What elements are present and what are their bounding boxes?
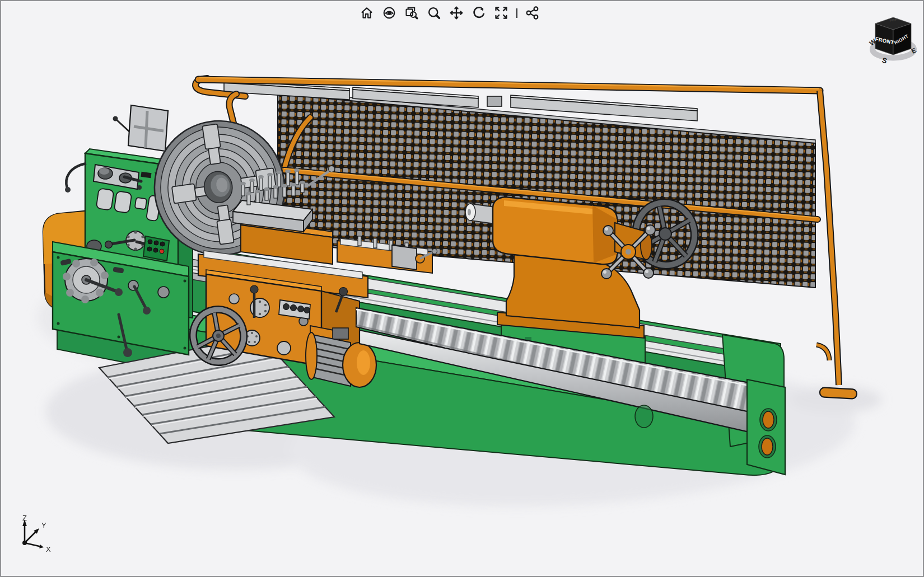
triad-origin bbox=[22, 541, 27, 545]
share-icon bbox=[525, 6, 540, 20]
cad-viewer[interactable]: W S E TOP FRONT RIGHT Z Y X bbox=[0, 0, 924, 577]
toolbar-divider bbox=[516, 8, 517, 18]
magnifier-icon bbox=[427, 6, 441, 20]
share-button[interactable] bbox=[524, 4, 541, 21]
zoom-fit-button[interactable] bbox=[493, 4, 510, 21]
eye-icon bbox=[382, 6, 396, 20]
zoom-fit-icon bbox=[494, 6, 508, 20]
view-visibility-button[interactable] bbox=[381, 4, 398, 21]
z-axis-label: Z bbox=[22, 515, 27, 522]
pan-arrows-icon bbox=[449, 6, 464, 20]
view-cube[interactable]: W S E TOP FRONT RIGHT bbox=[867, 13, 923, 65]
x-axis-arrow bbox=[39, 545, 44, 548]
axis-triad: Z Y X bbox=[17, 515, 62, 555]
zoom-window-button[interactable] bbox=[403, 4, 420, 21]
x-axis-label: X bbox=[46, 545, 51, 553]
y-axis-label: Y bbox=[41, 521, 46, 529]
home-icon bbox=[360, 6, 374, 20]
rotate-button[interactable] bbox=[470, 4, 487, 21]
zoom-button[interactable] bbox=[426, 4, 442, 21]
zoom-window-icon bbox=[404, 6, 419, 20]
home-button[interactable] bbox=[358, 4, 375, 21]
3d-viewport[interactable] bbox=[1, 1, 924, 577]
rotate-icon bbox=[472, 6, 486, 20]
view-toolbar bbox=[358, 4, 541, 21]
pan-button[interactable] bbox=[448, 4, 465, 21]
